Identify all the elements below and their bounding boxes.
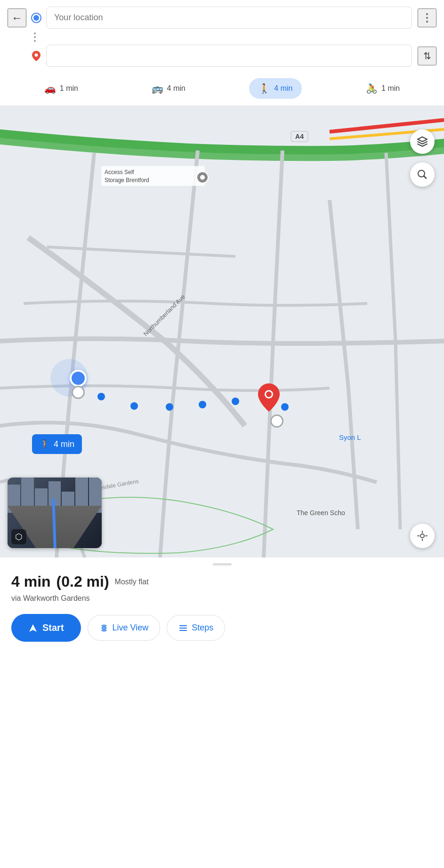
svg-text:Syon L: Syon L: [339, 433, 361, 441]
destination-pin-icon: [32, 52, 40, 60]
destination-input[interactable]: 67 Warkworth Gardens: [46, 45, 412, 67]
svg-point-21: [200, 175, 205, 180]
mode-bike-button[interactable]: 🚴 1 min: [356, 78, 409, 99]
back-button[interactable]: ←: [8, 8, 26, 27]
svg-text:Storage Brentford: Storage Brentford: [105, 177, 149, 183]
origin-ring: [72, 386, 85, 399]
route-terrain: Mostly flat: [115, 578, 149, 586]
origin-input[interactable]: [46, 7, 412, 29]
route-connector: [34, 32, 436, 42]
action-buttons: Start Live View Steps: [11, 614, 433, 642]
svg-text:The Green Scho: The Green Scho: [297, 509, 345, 517]
mode-car-button[interactable]: 🚗 1 min: [35, 78, 88, 99]
destination-row: 67 Warkworth Gardens ⇅: [8, 45, 436, 67]
transit-icon: 🚌: [152, 83, 163, 94]
more-options-button[interactable]: [418, 8, 436, 27]
route-distance: (0.2 mi): [57, 573, 109, 590]
bike-time: 1 min: [381, 84, 400, 93]
svg-point-9: [281, 403, 289, 411]
layers-button[interactable]: [410, 129, 435, 154]
svg-point-28: [103, 627, 105, 629]
car-time: 1 min: [60, 84, 78, 93]
route-summary: 4 min (0.2 mi) Mostly flat via Warkworth…: [11, 573, 433, 603]
svg-point-8: [260, 394, 267, 401]
origin-row: ←: [8, 7, 436, 29]
map-search-icon: [417, 169, 428, 180]
svg-point-3: [97, 393, 105, 400]
svg-point-5: [166, 403, 173, 411]
svg-point-4: [130, 402, 138, 410]
mode-transit-button[interactable]: 🚌 4 min: [142, 78, 195, 99]
route-duration: 4 min: [11, 573, 51, 590]
walk-time: 4 min: [274, 84, 292, 93]
destination-ring: [270, 414, 283, 428]
route-via: via Warkworth Gardens: [11, 594, 433, 603]
origin-dot-icon: [32, 14, 40, 22]
sheet-handle: [11, 557, 433, 573]
locate-button[interactable]: [410, 524, 435, 548]
svg-text:Access Self: Access Self: [105, 169, 134, 175]
more-dots-icon: [426, 13, 428, 23]
map-area[interactable]: A4 Syon L Northumberland Ave Access Self…: [0, 106, 444, 557]
steps-icon: [178, 623, 188, 633]
steps-button[interactable]: Steps: [167, 615, 225, 641]
live-view-icon: [99, 623, 109, 633]
back-icon: ←: [11, 11, 23, 24]
origin-marker: [70, 370, 87, 387]
locate-icon: [417, 530, 428, 542]
svg-point-7: [232, 398, 239, 405]
header: ← 67 Warkworth Gardens: [0, 0, 444, 72]
swap-button[interactable]: ⇅: [418, 47, 436, 65]
mode-walk-button[interactable]: 🚶 4 min: [249, 78, 302, 99]
car-icon: 🚗: [44, 83, 56, 94]
bike-icon: 🚴: [366, 83, 378, 94]
svg-text:A4: A4: [295, 133, 304, 140]
walk-mode-icon: 🚶: [258, 83, 270, 94]
svg-marker-26: [29, 624, 37, 632]
route-time-row: 4 min (0.2 mi) Mostly flat: [11, 573, 433, 590]
map-search-button[interactable]: [410, 162, 435, 187]
svg-point-6: [199, 401, 206, 408]
street-view-cube-icon: ⬡: [11, 529, 26, 544]
svg-point-25: [420, 534, 424, 538]
street-view-thumbnail[interactable]: ⬡: [8, 478, 102, 548]
svg-point-0: [35, 53, 38, 56]
live-view-button[interactable]: Live View: [88, 615, 161, 641]
start-nav-icon: [28, 623, 38, 633]
transport-modes-bar: 🚗 1 min 🚌 4 min 🚶 4 min 🚴 1 min: [0, 72, 444, 106]
transit-time: 4 min: [167, 84, 186, 93]
bottom-sheet: 4 min (0.2 mi) Mostly flat via Warkworth…: [0, 557, 444, 653]
live-view-label: Live View: [113, 623, 149, 633]
connector-dots: [34, 32, 36, 42]
swap-icon: ⇅: [423, 50, 431, 62]
start-label: Start: [42, 622, 64, 633]
handle-bar: [213, 563, 232, 565]
steps-label: Steps: [192, 623, 213, 633]
start-button[interactable]: Start: [11, 614, 81, 642]
layers-icon: [417, 136, 428, 147]
